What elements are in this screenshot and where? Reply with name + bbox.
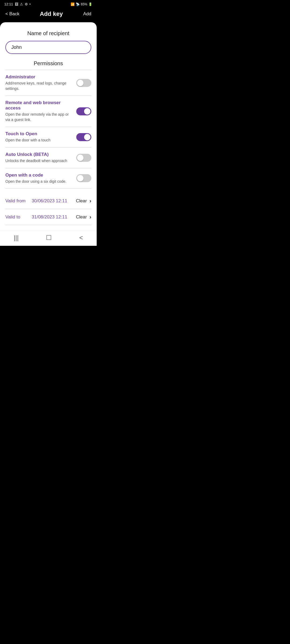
permission-row-auto-unlock: Auto Unlock (BETA) Unlocks the deadbolt … <box>5 148 91 168</box>
main-content: Name of recipient Permissions Administra… <box>0 22 97 230</box>
permission-row-touch-open: Touch to Open Open the door with a touch <box>5 127 91 147</box>
toggle-thumb-auto-unlock <box>77 155 84 161</box>
permission-title-administrator: Administrator <box>5 74 72 80</box>
valid-from-label: Valid from <box>5 198 30 204</box>
toggle-track-auto-unlock <box>76 154 91 162</box>
toggle-auto-unlock[interactable] <box>76 154 91 162</box>
permission-row-administrator: Administrator Add/remove keys, read logs… <box>5 70 91 96</box>
permission-desc-open-code: Open the door using a six digit code. <box>5 179 72 184</box>
recipient-input-wrapper <box>5 41 91 54</box>
toggle-thumb-remote-web <box>84 108 90 115</box>
valid-to-chevron-icon: › <box>89 214 91 220</box>
toggle-track-open-code <box>76 174 91 182</box>
valid-from-row[interactable]: Valid from 30/06/2023 12:11 Clear › <box>5 193 91 209</box>
recipient-label: Name of recipient <box>5 30 91 36</box>
permission-row-open-code: Open with a code Open the door using a s… <box>5 168 91 189</box>
permission-info-auto-unlock: Auto Unlock (BETA) Unlocks the deadbolt … <box>5 152 72 164</box>
valid-from-clear[interactable]: Clear <box>76 198 87 204</box>
signal-icon: 📡 <box>76 2 80 6</box>
status-left: 12:11 🖼 ⚠ ⚙ • <box>4 2 31 6</box>
status-time: 12:11 <box>4 2 13 6</box>
permission-info-touch-open: Touch to Open Open the door with a touch <box>5 131 72 143</box>
permission-info-remote-web: Remote and web browser access Open the d… <box>5 100 72 122</box>
battery-icon: 🔋 <box>88 2 92 6</box>
toggle-track-remote-web <box>76 107 91 115</box>
page-title: Add key <box>40 10 63 17</box>
photo-icon: 🖼 <box>15 2 18 6</box>
nav-home-icon[interactable]: ☐ <box>46 234 52 241</box>
toggle-track-administrator <box>76 79 91 87</box>
nav-bar: ||| ☐ < <box>0 230 97 246</box>
recipient-section: Name of recipient <box>5 30 91 54</box>
divider-7 <box>5 225 91 225</box>
back-label: < Back <box>5 11 19 17</box>
recipient-input[interactable] <box>11 45 85 50</box>
permission-desc-remote-web: Open the door remotely via the app or vi… <box>5 112 72 122</box>
battery-label: 65% <box>81 2 87 6</box>
toggle-open-code[interactable] <box>76 174 91 182</box>
permission-desc-touch-open: Open the door with a touch <box>5 138 72 143</box>
valid-to-row[interactable]: Valid to 31/08/2023 12:11 Clear › <box>5 209 91 225</box>
valid-to-date: 31/08/2023 12:11 <box>32 214 76 220</box>
permission-desc-administrator: Add/remove keys, read logs, change setti… <box>5 81 72 91</box>
valid-from-date: 30/06/2023 12:11 <box>32 198 76 204</box>
permissions-label: Permissions <box>5 60 91 67</box>
wifi-icon: 📶 <box>71 2 75 6</box>
divider-5 <box>5 188 91 189</box>
toggle-thumb-touch-open <box>84 134 90 140</box>
toggle-thumb-administrator <box>77 80 84 86</box>
valid-from-chevron-icon: › <box>89 198 91 204</box>
settings-icon: ⚙ <box>25 2 28 6</box>
add-button[interactable]: Add <box>83 11 91 17</box>
permission-title-open-code: Open with a code <box>5 173 72 178</box>
validity-section: Valid from 30/06/2023 12:11 Clear › Vali… <box>5 193 91 225</box>
warning-icon: ⚠ <box>20 2 23 6</box>
toggle-administrator[interactable] <box>76 79 91 87</box>
status-right: 📶 📡 65% 🔋 <box>71 2 92 6</box>
nav-back-icon[interactable]: < <box>79 234 83 241</box>
permission-title-touch-open: Touch to Open <box>5 131 72 137</box>
permission-info-administrator: Administrator Add/remove keys, read logs… <box>5 74 72 91</box>
valid-to-clear[interactable]: Clear <box>76 214 87 220</box>
permission-title-remote-web: Remote and web browser access <box>5 100 72 111</box>
dot-icon: • <box>30 2 31 6</box>
back-button[interactable]: < Back <box>5 11 19 17</box>
status-bar: 12:11 🖼 ⚠ ⚙ • 📶 📡 65% 🔋 <box>0 0 97 8</box>
header: < Back Add key Add <box>0 8 97 22</box>
toggle-thumb-open-code <box>77 175 84 181</box>
toggle-remote-web[interactable] <box>76 107 91 115</box>
toggle-track-touch-open <box>76 133 91 141</box>
toggle-touch-open[interactable] <box>76 133 91 141</box>
valid-to-label: Valid to <box>5 214 30 220</box>
permission-title-auto-unlock: Auto Unlock (BETA) <box>5 152 72 157</box>
permission-info-open-code: Open with a code Open the door using a s… <box>5 173 72 184</box>
nav-menu-icon[interactable]: ||| <box>14 234 19 241</box>
permission-row-remote-web: Remote and web browser access Open the d… <box>5 96 91 127</box>
permission-desc-auto-unlock: Unlocks the deadbolt when approach <box>5 158 72 164</box>
